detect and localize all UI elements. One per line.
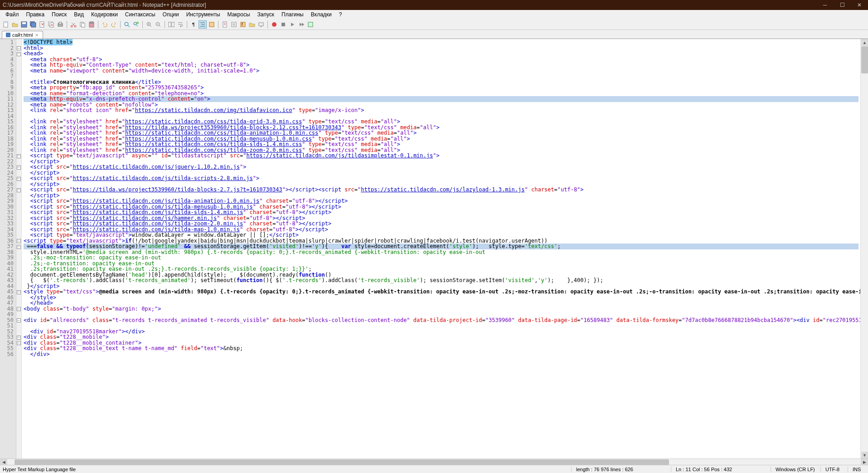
- menu-item[interactable]: ?: [335, 10, 346, 19]
- svg-rect-24: [169, 22, 171, 27]
- replace-icon[interactable]: [132, 20, 140, 29]
- new-file-icon[interactable]: [2, 20, 10, 29]
- menu-item[interactable]: Опции: [159, 10, 183, 19]
- playback-multi-icon[interactable]: [297, 20, 305, 29]
- menu-item[interactable]: Вкладки: [307, 10, 335, 19]
- fold-column[interactable]: −− − − − − −− − − − −−: [16, 39, 22, 458]
- redo-icon[interactable]: [110, 20, 118, 29]
- tab-close-icon[interactable]: ✕: [34, 33, 39, 37]
- svg-rect-26: [209, 22, 214, 27]
- wrap-icon[interactable]: [176, 20, 184, 29]
- code-area[interactable]: <!DOCTYPE html><html><head> <meta charse…: [22, 39, 860, 458]
- indent-guide-icon[interactable]: [199, 20, 207, 29]
- scroll-right-icon[interactable]: ▶: [861, 459, 868, 465]
- menu-item[interactable]: Правка: [23, 10, 48, 19]
- save-macro-icon[interactable]: [306, 20, 315, 29]
- folder-tree-icon[interactable]: [248, 20, 256, 29]
- svg-text:✕: ✕: [41, 22, 44, 27]
- svg-rect-31: [259, 23, 263, 26]
- print-icon[interactable]: [56, 20, 64, 29]
- close-button[interactable]: ✕: [851, 0, 868, 10]
- svg-point-32: [272, 22, 276, 27]
- menu-item[interactable]: Кодировки: [87, 10, 121, 19]
- zoom-in-icon[interactable]: [145, 20, 153, 29]
- window-title: C:\Users\Mirot\OneDrive\Рабочий стол\САЙ…: [3, 2, 206, 8]
- cut-icon[interactable]: [69, 20, 78, 29]
- menu-item[interactable]: Макросы: [224, 10, 254, 19]
- statusbar: Hyper Text Markup Language file length :…: [0, 465, 868, 473]
- tab-label: сайт.html: [12, 32, 33, 38]
- status-position: Ln : 11 Col : 56 Pos : 432: [671, 467, 771, 472]
- monitor-icon[interactable]: [257, 20, 265, 29]
- file-tab[interactable]: сайт.html ✕: [2, 31, 43, 39]
- svg-rect-21: [136, 22, 139, 24]
- scroll-down-icon[interactable]: ▼: [861, 452, 868, 458]
- menu-item[interactable]: Запуск: [254, 10, 278, 19]
- user-lang-icon[interactable]: [208, 20, 216, 29]
- func-list-icon[interactable]: f: [239, 20, 247, 29]
- find-icon[interactable]: [123, 20, 131, 29]
- stop-macro-icon[interactable]: [279, 20, 287, 29]
- sync-scroll-icon[interactable]: [167, 20, 175, 29]
- svg-rect-34: [308, 22, 313, 27]
- menu-item[interactable]: Инструменты: [183, 10, 224, 19]
- scroll-thumb[interactable]: [861, 46, 868, 73]
- doc-map-icon[interactable]: [221, 20, 229, 29]
- undo-icon[interactable]: [101, 20, 109, 29]
- svg-rect-1: [4, 22, 8, 23]
- hscroll-thumb[interactable]: [15, 459, 669, 465]
- status-eol: Windows (CR LF): [771, 467, 821, 472]
- svg-rect-3: [22, 22, 26, 24]
- editor: 1234567891011121314151617181920212223242…: [0, 39, 868, 458]
- scroll-left-icon[interactable]: ◀: [0, 459, 7, 465]
- record-macro-icon[interactable]: [270, 20, 278, 29]
- minimize-button[interactable]: ─: [816, 0, 834, 10]
- svg-text:✕: ✕: [50, 23, 53, 27]
- scroll-up-icon[interactable]: ▲: [861, 39, 868, 46]
- svg-point-19: [125, 22, 128, 26]
- zoom-out-icon[interactable]: [154, 20, 162, 29]
- status-length: length : 76 976 lines : 626: [572, 467, 671, 472]
- tabbar: сайт.html ✕: [0, 30, 868, 39]
- menu-item[interactable]: Плагины: [278, 10, 307, 19]
- vertical-scrollbar[interactable]: ▲ ▼: [860, 39, 868, 458]
- file-icon: [6, 33, 10, 37]
- show-all-chars-icon[interactable]: ¶: [189, 20, 198, 29]
- save-icon[interactable]: [20, 20, 28, 29]
- svg-rect-27: [223, 22, 227, 27]
- svg-rect-33: [281, 23, 285, 26]
- doc-list-icon[interactable]: [230, 20, 238, 29]
- open-file-icon[interactable]: [11, 20, 19, 29]
- svg-rect-12: [59, 22, 62, 24]
- svg-rect-16: [82, 23, 85, 27]
- play-macro-icon[interactable]: [288, 20, 296, 29]
- paste-icon[interactable]: [87, 20, 96, 29]
- titlebar: C:\Users\Mirot\OneDrive\Рабочий стол\САЙ…: [0, 0, 868, 10]
- close-file-icon[interactable]: ✕: [38, 20, 46, 29]
- line-gutter: 1234567891011121314151617181920212223242…: [0, 39, 16, 458]
- menu-item[interactable]: Поиск: [48, 10, 70, 19]
- menu-item[interactable]: Синтаксисы: [121, 10, 159, 19]
- close-all-icon[interactable]: ✕: [47, 20, 55, 29]
- status-mode: INS: [848, 467, 866, 472]
- status-filetype: Hyper Text Markup Language file: [2, 467, 572, 472]
- svg-rect-25: [172, 22, 174, 27]
- svg-rect-5: [31, 23, 36, 27]
- menubar: ФайлПравкаПоискВидКодировкиСинтаксисыОпц…: [0, 10, 868, 19]
- copy-icon[interactable]: [78, 20, 87, 29]
- status-encoding: UTF-8: [821, 467, 848, 472]
- menu-item[interactable]: Вид: [70, 10, 87, 19]
- menu-item[interactable]: Файл: [2, 10, 23, 19]
- save-all-icon[interactable]: [29, 20, 37, 29]
- maximize-button[interactable]: ☐: [834, 0, 851, 10]
- toolbar: ✕ ✕ ¶ f: [0, 19, 868, 30]
- svg-rect-18: [90, 22, 93, 23]
- horizontal-scrollbar[interactable]: ◀ ▶: [0, 458, 868, 465]
